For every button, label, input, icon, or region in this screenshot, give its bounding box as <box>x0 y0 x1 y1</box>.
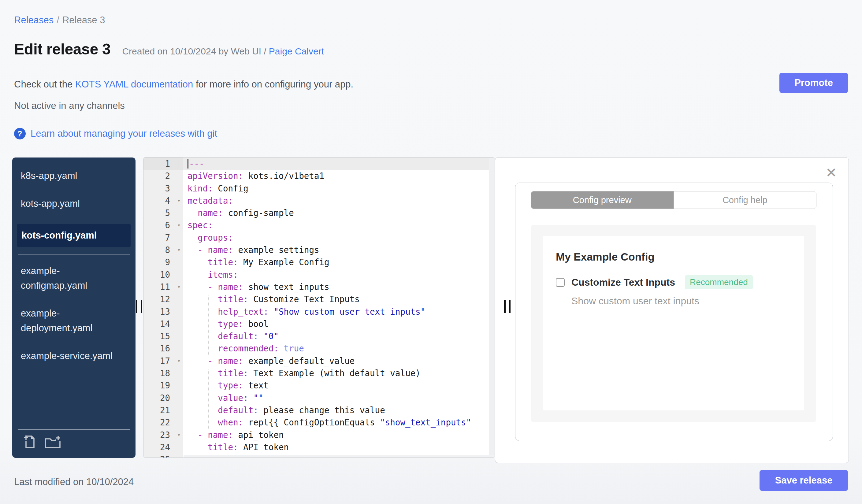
code-text[interactable]: title: API token <box>183 441 495 453</box>
fold-arrow-icon[interactable]: ▾ <box>178 355 181 367</box>
code-text[interactable]: type: text <box>183 379 495 392</box>
line-number: 5 <box>143 207 183 219</box>
fold-arrow-icon[interactable]: ▾ <box>178 219 181 231</box>
code-line[interactable]: 24 title: API token <box>143 441 495 453</box>
line-number: 4▾ <box>143 195 183 207</box>
code-text[interactable]: value: "" <box>183 392 495 404</box>
code-line[interactable]: 2apiVersion: kots.io/v1beta1 <box>143 170 495 182</box>
git-releases-link[interactable]: Learn about managing your releases with … <box>30 128 217 139</box>
panel-resize-handle-right[interactable] <box>504 300 511 313</box>
code-line[interactable]: 6▾spec: <box>143 219 495 231</box>
code-line[interactable]: 18 title: Text Example (with default val… <box>143 367 495 379</box>
code-line[interactable]: 21 default: please change this value <box>143 404 495 416</box>
customize-text-inputs-checkbox[interactable] <box>556 278 565 287</box>
sidebar-item-kots-config.yaml[interactable]: kots-config.yaml <box>17 224 131 247</box>
code-line[interactable]: 25 type: password <box>143 453 495 458</box>
code-line[interactable]: 10 items: <box>143 268 495 281</box>
code-line[interactable]: 13 help_text: "Show custom user text inp… <box>143 306 495 318</box>
code-text[interactable]: apiVersion: kots.io/v1beta1 <box>183 170 495 182</box>
code-line[interactable]: 7 groups: <box>143 231 495 244</box>
code-text[interactable]: - name: api_token <box>183 429 495 441</box>
line-number: 25 <box>143 453 183 458</box>
code-text[interactable]: default: "0" <box>183 330 495 342</box>
code-line[interactable]: 16 recommended: true <box>143 342 495 355</box>
code-text[interactable]: type: password <box>183 453 495 458</box>
yaml-code-editor[interactable]: 1---2apiVersion: kots.io/v1beta13kind: C… <box>143 157 495 458</box>
line-number: 21 <box>143 404 183 416</box>
git-help-row: ? Learn about managing your releases wit… <box>14 128 217 140</box>
preview-tab-group: Config preview Config help <box>531 191 817 209</box>
sidebar-item-example-deployment.yaml[interactable]: example-deployment.yaml <box>12 306 135 335</box>
docs-suffix: for more info on configuring your app. <box>193 79 353 90</box>
code-lines: 1---2apiVersion: kots.io/v1beta13kind: C… <box>143 158 495 458</box>
sidebar-item-example-service.yaml[interactable]: example-service.yaml <box>12 349 135 363</box>
panel-resize-handle-left[interactable] <box>136 300 142 313</box>
add-folder-icon[interactable] <box>44 435 62 452</box>
breadcrumb-separator: / <box>56 15 59 25</box>
indent-guide <box>208 369 209 430</box>
code-text[interactable]: when: repl{{ ConfigOptionEquals "show_te… <box>183 416 495 428</box>
sidebar-item-k8s-app.yaml[interactable]: k8s-app.yaml <box>12 169 135 183</box>
code-text[interactable]: groups: <box>183 231 495 244</box>
title-row: Edit release 3 Created on 10/10/2024 by … <box>14 40 324 58</box>
line-number: 9 <box>143 256 183 268</box>
line-number: 13 <box>143 306 183 318</box>
code-text[interactable]: type: bool <box>183 318 495 330</box>
code-line[interactable]: 8▾ - name: example_settings <box>143 244 495 256</box>
fold-arrow-icon[interactable]: ▾ <box>178 244 181 256</box>
fold-arrow-icon[interactable]: ▾ <box>178 281 181 293</box>
file-list-divider <box>18 254 130 254</box>
code-line[interactable]: 11▾ - name: show_text_inputs <box>143 281 495 293</box>
fold-arrow-icon[interactable]: ▾ <box>178 195 181 207</box>
code-text[interactable]: items: <box>183 268 495 281</box>
promote-button[interactable]: Promote <box>780 73 848 93</box>
code-line[interactable]: 15 default: "0" <box>143 330 495 342</box>
code-text[interactable]: metadata: <box>183 195 495 207</box>
tab-config-help[interactable]: Config help <box>674 191 817 209</box>
code-line[interactable]: 1--- <box>143 158 495 170</box>
code-line[interactable]: 12 title: Customize Text Inputs <box>143 293 495 305</box>
code-text[interactable]: --- <box>183 158 495 170</box>
tab-config-preview[interactable]: Config preview <box>531 191 674 209</box>
line-number: 8▾ <box>143 244 183 256</box>
close-icon[interactable]: ✕ <box>826 166 837 180</box>
save-release-button[interactable]: Save release <box>759 470 848 491</box>
code-text[interactable]: recommended: true <box>183 342 495 355</box>
code-line[interactable]: 23▾ - name: api_token <box>143 429 495 441</box>
code-text[interactable]: spec: <box>183 219 495 231</box>
line-number: 23▾ <box>143 429 183 441</box>
line-number: 6▾ <box>143 219 183 231</box>
recommended-badge: Recommended <box>685 275 753 289</box>
sidebar-item-kots-app.yaml[interactable]: kots-app.yaml <box>12 196 135 211</box>
config-group-card: My Example Config Customize Text Inputs … <box>543 236 804 410</box>
code-text[interactable]: title: Customize Text Inputs <box>183 293 495 305</box>
line-number: 11▾ <box>143 281 183 293</box>
add-file-icon[interactable] <box>22 435 36 452</box>
code-line[interactable]: 3kind: Config <box>143 182 495 195</box>
code-line[interactable]: 17▾ - name: example_default_value <box>143 355 495 367</box>
created-author-link[interactable]: Paige Calvert <box>269 46 324 56</box>
code-text[interactable]: - name: example_default_value <box>183 355 495 367</box>
sidebar-item-example-configmap.yaml[interactable]: example-configmap.yaml <box>12 264 135 293</box>
last-modified-text: Last modified on 10/10/2024 <box>14 477 134 488</box>
code-line[interactable]: 14 type: bool <box>143 318 495 330</box>
code-text[interactable]: - name: show_text_inputs <box>183 281 495 293</box>
breadcrumb-releases-link[interactable]: Releases <box>14 15 53 25</box>
config-group-title: My Example Config <box>556 251 804 263</box>
code-line[interactable]: 5 name: config-sample <box>143 207 495 219</box>
code-line[interactable]: 19 type: text <box>143 379 495 392</box>
code-line[interactable]: 22 when: repl{{ ConfigOptionEquals "show… <box>143 416 495 428</box>
code-text[interactable]: default: please change this value <box>183 404 495 416</box>
code-line[interactable]: 4▾metadata: <box>143 195 495 207</box>
code-text[interactable]: kind: Config <box>183 182 495 195</box>
code-line[interactable]: 9 title: My Example Config <box>143 256 495 268</box>
code-text[interactable]: title: My Example Config <box>183 256 495 268</box>
code-text[interactable]: title: Text Example (with default value) <box>183 367 495 379</box>
code-text[interactable]: name: config-sample <box>183 207 495 219</box>
code-line[interactable]: 20 value: "" <box>143 392 495 404</box>
fold-arrow-icon[interactable]: ▾ <box>178 429 181 441</box>
code-text[interactable]: help_text: "Show custom user text inputs… <box>183 306 495 318</box>
line-number: 24 <box>143 441 183 453</box>
code-text[interactable]: - name: example_settings <box>183 244 495 256</box>
kots-docs-link[interactable]: KOTS YAML documentation <box>75 79 193 90</box>
